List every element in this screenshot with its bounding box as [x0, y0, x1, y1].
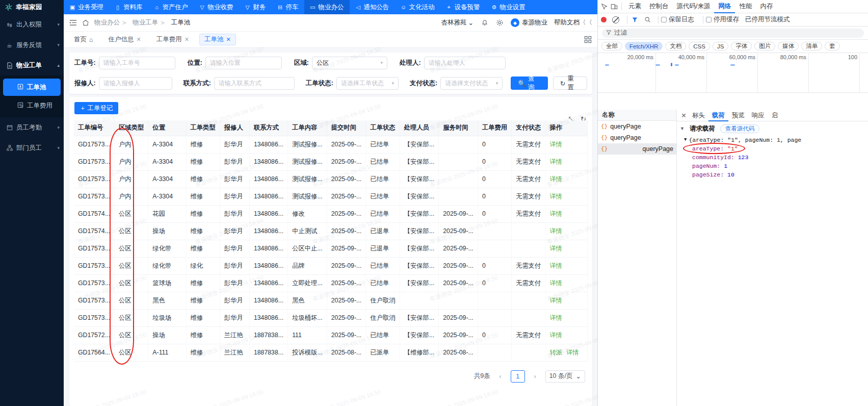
devtools-tab-memory[interactable]: 内存	[756, 0, 777, 13]
handler-input[interactable]: 请输入处理人	[424, 57, 506, 69]
type-filter-4[interactable]: JS	[713, 42, 728, 50]
close-icon[interactable]: ✕	[185, 36, 189, 43]
action-detail-link[interactable]: 详情	[550, 158, 563, 165]
action-transfer-link[interactable]: 转派	[550, 349, 563, 356]
request-list-item[interactable]: {}queryPage	[598, 143, 676, 155]
detail-tab-payload[interactable]: 载荷	[708, 110, 728, 121]
action-detail-link[interactable]: 详情	[550, 141, 563, 148]
table-row[interactable]: GD17573...公区绿化带维修彭华月1348086...公区中止...202…	[74, 240, 588, 257]
close-icon[interactable]: ✕	[226, 36, 231, 43]
reset-button[interactable]: ↻ 重置	[553, 77, 587, 90]
table-row[interactable]: GD17573...公区篮球场维修彭华月1348086...立即处理...202…	[74, 274, 588, 292]
clear-icon[interactable]	[612, 16, 619, 23]
breadcrumb-item-0[interactable]: 物业办公	[94, 18, 120, 27]
company-selector[interactable]: ◆ 泰源物业	[511, 18, 547, 27]
type-filter-9[interactable]: 套	[825, 42, 840, 50]
sidebar-item-attendance[interactable]: 员工考勤 ▾	[0, 117, 64, 138]
nav-item-business[interactable]: ▣业务受理	[64, 0, 109, 14]
sidebar-item-workorder-fee[interactable]: 工单费用	[3, 97, 61, 114]
devtools-tab-console[interactable]: 控制台	[645, 0, 673, 13]
sidebar-item-dept-staff[interactable]: 部门员工 ▾	[0, 138, 64, 158]
nav-item-property-settings[interactable]: ⚙物业设置	[486, 0, 531, 14]
nav-item-library[interactable]: ▯资料库	[109, 0, 148, 14]
throttling-select[interactable]: 已停用节流模式	[745, 15, 790, 24]
device-toggle-icon[interactable]	[609, 2, 619, 12]
disable-cache-checkbox[interactable]: 停用缓存	[706, 15, 739, 24]
devtools-tab-performance[interactable]: 性能	[735, 0, 756, 13]
table-row[interactable]: GD17564...公区A-111维修兰江艳1887838...投诉模版...2…	[74, 344, 588, 361]
action-detail-link[interactable]: 详情	[550, 210, 563, 217]
nav-item-culture[interactable]: ☺文化活动	[395, 0, 440, 14]
nav-item-finance[interactable]: ▽财务	[239, 0, 272, 14]
request-list-item[interactable]: {}queryPage	[598, 132, 676, 143]
table-row[interactable]: GD17572...公区操场维修兰江艳1887838...1112025-09-…	[74, 326, 588, 344]
work-order-no-input[interactable]: 请输入工单号	[99, 57, 175, 69]
type-filter-1[interactable]: Fetch/XHR	[625, 42, 663, 50]
menu-fold-icon[interactable]	[69, 19, 77, 27]
action-detail-link[interactable]: 详情	[550, 314, 563, 321]
nav-item-fees[interactable]: ▽物业收费	[194, 0, 239, 14]
nav-item-property-office[interactable]: ▭物业办公	[304, 0, 350, 14]
table-row[interactable]: GD17573...公区黑色维修彭华月1348086...黑色2025-09-.…	[74, 292, 588, 309]
tab-home[interactable]: 首页 ⌂	[69, 34, 98, 45]
bell-icon[interactable]	[480, 18, 489, 27]
sidebar-item-service-feedback[interactable]: ☕ 服务反馈 ▾	[0, 35, 64, 55]
table-row[interactable]: GD17573...户内A-3304维修彭华月1348086...测试报修...…	[74, 153, 588, 170]
home-icon[interactable]	[81, 19, 90, 26]
tab-resident-info[interactable]: 住户信息 ✕	[103, 34, 146, 45]
request-list-item[interactable]: {}queryPage	[598, 121, 676, 132]
nav-item-parking[interactable]: ⊟停车	[272, 0, 304, 14]
table-row[interactable]: GD17573...户内A-3304维修彭华月1348086...测试报修...…	[74, 136, 588, 153]
breadcrumb-item-1[interactable]: 物业工单	[133, 18, 158, 27]
page-size-select[interactable]: 10 条/页 ⌄	[545, 370, 585, 383]
action-detail-link[interactable]: 详情	[550, 227, 563, 235]
devtools-tab-elements[interactable]: 元素	[624, 0, 645, 13]
detail-tab-headers[interactable]: 标头	[689, 110, 708, 121]
action-detail-link[interactable]: 详情	[550, 297, 563, 304]
action-detail-link[interactable]: 详情	[550, 280, 563, 287]
action-detail-link[interactable]: 详情	[550, 245, 563, 252]
nav-item-assets[interactable]: ⌂资产住户	[148, 0, 194, 14]
sidebar-item-workorder-pool[interactable]: 工单池	[3, 79, 61, 96]
type-filter-2[interactable]: 文档	[665, 42, 686, 50]
type-filter-7[interactable]: 媒体	[778, 42, 799, 50]
detail-tab-response[interactable]: 响应	[748, 110, 768, 121]
devtools-tab-network[interactable]: 网络	[714, 0, 735, 13]
order-status-select[interactable]: 请选择工单状态 ▾	[336, 77, 399, 90]
sidebar-item-access[interactable]: ⇆ 出入权限 ▾	[0, 14, 64, 35]
help-doc-link[interactable]: 帮助文档〈〈	[554, 18, 592, 27]
devtools-tab-sources[interactable]: 源代码/来源	[673, 0, 715, 13]
table-row[interactable]: GD17573...户内A-3304维修彭华月1348086...测试报修...…	[74, 188, 588, 205]
tab-workorder-fee[interactable]: 工单费用 ✕	[151, 34, 194, 45]
location-input[interactable]: 请输入位置	[205, 57, 282, 69]
chevron-down-icon[interactable]: ▼	[680, 126, 685, 131]
table-row[interactable]: GD17574...公区操场维修彭华月1348086...中止测试2025-09…	[74, 222, 588, 240]
close-icon[interactable]: ✕	[137, 36, 141, 43]
register-workorder-button[interactable]: ＋ 工单登记	[74, 102, 118, 114]
gear-icon[interactable]	[495, 18, 504, 27]
action-detail-link[interactable]: 详情	[566, 349, 579, 356]
contact-input[interactable]: 请输入联系方式	[214, 77, 295, 90]
close-icon[interactable]: ✕	[679, 110, 689, 120]
record-icon[interactable]	[601, 17, 607, 22]
grid-icon[interactable]	[583, 35, 592, 44]
payload-summary-row[interactable]: ▼ {areaType: "1", pageNum: 1, page	[684, 136, 868, 144]
table-row[interactable]: GD17573...公区垃圾场维修彭华月1348086...垃圾桶坏...202…	[74, 309, 588, 326]
page-number-1[interactable]: 1	[511, 370, 525, 383]
chevron-down-icon[interactable]: ▼	[684, 136, 687, 144]
sidebar-item-property-workorder[interactable]: 物业工单 ▴	[0, 55, 64, 75]
action-detail-link[interactable]: 详情	[550, 262, 563, 269]
filter-icon[interactable]	[630, 15, 640, 25]
action-detail-link[interactable]: 详情	[550, 332, 563, 339]
action-detail-link[interactable]: 详情	[550, 175, 563, 183]
table-row[interactable]: GD17573...公区绿化带绿化彭华月1348086...品牌2025-09-…	[74, 257, 588, 274]
detail-tab-initiator[interactable]: 启	[768, 110, 782, 121]
search-icon[interactable]	[643, 15, 652, 25]
tab-workorder-pool[interactable]: 工单池 ✕	[199, 34, 236, 45]
table-row[interactable]: GD17573...户内A-3304维修彭华月1348086...测试报修...…	[74, 170, 588, 188]
network-filter-input[interactable]: 过滤	[602, 29, 864, 38]
detail-tab-preview[interactable]: 预览	[728, 110, 748, 121]
search-button[interactable]: 🔍 查询	[511, 77, 547, 90]
type-filter-6[interactable]: 图片	[754, 42, 775, 50]
nav-item-notice[interactable]: ◁通知公告	[350, 0, 395, 14]
